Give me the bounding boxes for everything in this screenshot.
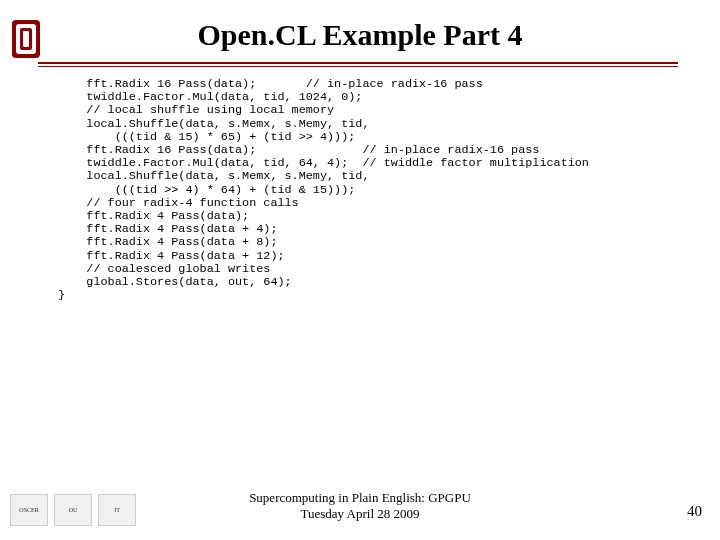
code-line: twiddle.Factor.Mul(data, tid, 64, 4); //…	[58, 156, 589, 170]
footer-line-2: Tuesday April 28 2009	[0, 506, 720, 522]
slide-number: 40	[687, 503, 702, 520]
code-line: (((tid & 15) * 65) + (tid >> 4)));	[58, 130, 355, 144]
code-line: // coalesced global writes	[58, 262, 270, 276]
code-block: fft.Radix 16 Pass(data); // in-place rad…	[58, 78, 589, 302]
code-line: }	[58, 288, 65, 302]
code-line: fft.Radix 4 Pass(data + 12);	[58, 249, 285, 263]
code-line: local.Shuffle(data, s.Memx, s.Memy, tid,	[58, 117, 370, 131]
page-title: Open.CL Example Part 4	[0, 18, 720, 52]
code-line: fft.Radix 4 Pass(data + 8);	[58, 235, 277, 249]
code-line: local.Shuffle(data, s.Memx, s.Memy, tid,	[58, 169, 370, 183]
code-line: (((tid >> 4) * 64) + (tid & 15)));	[58, 183, 355, 197]
footer: OSCER OU IT Supercomputing in Plain Engl…	[0, 478, 720, 528]
footer-text: Supercomputing in Plain English: GPGPU T…	[0, 490, 720, 523]
code-line: fft.Radix 4 Pass(data + 4);	[58, 222, 277, 236]
title-rule	[38, 62, 678, 64]
code-line: // local shuffle using local memory	[58, 103, 334, 117]
code-line: global.Stores(data, out, 64);	[58, 275, 292, 289]
footer-line-1: Supercomputing in Plain English: GPGPU	[0, 490, 720, 506]
code-line: twiddle.Factor.Mul(data, tid, 1024, 0);	[58, 90, 362, 104]
code-line: fft.Radix 4 Pass(data);	[58, 209, 249, 223]
code-line: // four radix-4 function calls	[58, 196, 299, 210]
code-line: fft.Radix 16 Pass(data); // in-place rad…	[58, 143, 539, 157]
code-line: fft.Radix 16 Pass(data); // in-place rad…	[58, 77, 483, 91]
title-rule-thin	[38, 66, 678, 67]
